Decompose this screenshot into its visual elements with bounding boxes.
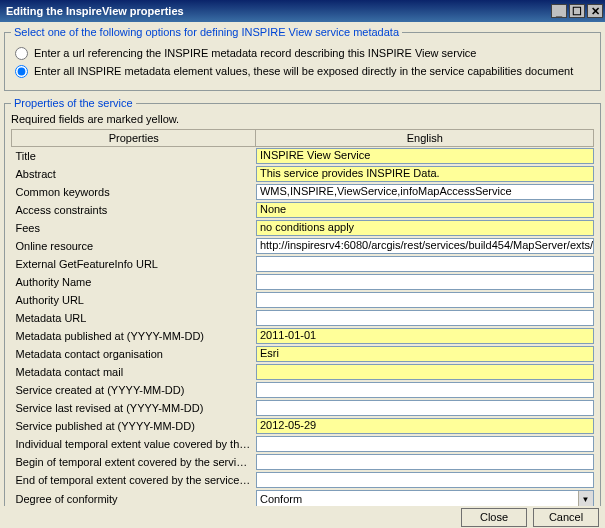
table-row: Service published at (YYYY-MM-DD)2012-05…	[12, 417, 594, 435]
table-row: Feesno conditions apply	[12, 219, 594, 237]
option-group: Select one of the following options for …	[4, 26, 601, 91]
properties-col1: Properties	[12, 130, 256, 147]
property-label: Service published at (YYYY-MM-DD)	[12, 417, 256, 435]
table-row: Service created at (YYYY-MM-DD)	[12, 381, 594, 399]
property-value[interactable]: INSPIRE View Service	[256, 148, 594, 164]
property-value[interactable]: http://inspiresrv4:6080/arcgis/rest/serv…	[256, 238, 594, 254]
option-url-label: Enter a url referencing the INSPIRE meta…	[34, 47, 476, 59]
property-label: External GetFeatureInfo URL	[12, 255, 256, 273]
property-label: Authority Name	[12, 273, 256, 291]
table-row: Metadata contact organisationEsri	[12, 345, 594, 363]
table-row: Online resourcehttp://inspiresrv4:6080/a…	[12, 237, 594, 255]
option-url[interactable]: Enter a url referencing the INSPIRE meta…	[15, 46, 594, 60]
property-label: Common keywords	[12, 183, 256, 201]
close-icon: ✕	[591, 6, 600, 17]
property-value[interactable]: This service provides INSPIRE Data.	[256, 166, 594, 182]
title-bar: Editing the InspireView properties _ ☐ ✕	[0, 0, 605, 22]
property-value[interactable]	[256, 256, 594, 272]
option-enter-all[interactable]: Enter all INSPIRE metadata element value…	[15, 64, 594, 78]
table-row: Degree of conformityConform▼	[12, 489, 594, 506]
table-row: End of temporal extent covered by the se…	[12, 471, 594, 489]
table-row: Access constraintsNone	[12, 201, 594, 219]
close-window-button[interactable]: ✕	[587, 4, 603, 18]
property-label: Individual temporal extent value covered…	[12, 435, 256, 453]
table-row: AbstractThis service provides INSPIRE Da…	[12, 165, 594, 183]
property-label: Access constraints	[12, 201, 256, 219]
property-value[interactable]	[256, 364, 594, 380]
table-row: Individual temporal extent value covered…	[12, 435, 594, 453]
properties-group: Properties of the service Required field…	[4, 97, 601, 506]
table-row: Authority Name	[12, 273, 594, 291]
property-value[interactable]: Esri	[256, 346, 594, 362]
property-label: Online resource	[12, 237, 256, 255]
table-row: Service last revised at (YYYY-MM-DD)	[12, 399, 594, 417]
client-area: Select one of the following options for …	[0, 22, 605, 506]
maximize-icon: ☐	[572, 6, 582, 17]
property-value[interactable]: WMS,INSPIRE,ViewService,infoMapAccessSer…	[256, 184, 594, 200]
property-value[interactable]	[256, 472, 594, 488]
property-value[interactable]: 2011-01-01	[256, 328, 594, 344]
property-value[interactable]: no conditions apply	[256, 220, 594, 236]
table-row: Authority URL	[12, 291, 594, 309]
chevron-down-icon: ▼	[578, 491, 593, 506]
minimize-button[interactable]: _	[551, 4, 567, 18]
property-label: Metadata URL	[12, 309, 256, 327]
option-group-legend: Select one of the following options for …	[11, 26, 402, 38]
properties-col2: English	[256, 130, 594, 147]
dialog-footer: Close Cancel	[0, 506, 605, 528]
property-label: Metadata contact organisation	[12, 345, 256, 363]
property-label: Fees	[12, 219, 256, 237]
property-value[interactable]: 2012-05-29	[256, 418, 594, 434]
maximize-button[interactable]: ☐	[569, 4, 585, 18]
table-row: Metadata URL	[12, 309, 594, 327]
table-row: Begin of temporal extent covered by the …	[12, 453, 594, 471]
property-label: Degree of conformity	[12, 489, 256, 506]
properties-table: Properties English TitleINSPIRE View Ser…	[11, 129, 594, 506]
table-row: External GetFeatureInfo URL	[12, 255, 594, 273]
option-url-radio[interactable]	[15, 47, 28, 60]
properties-legend: Properties of the service	[11, 97, 136, 109]
close-button[interactable]: Close	[461, 508, 527, 527]
conformity-select[interactable]: Conform▼	[256, 490, 594, 506]
option-enter-all-radio[interactable]	[15, 65, 28, 78]
property-value[interactable]	[256, 382, 594, 398]
minimize-icon: _	[556, 6, 562, 17]
property-value[interactable]	[256, 274, 594, 290]
property-label: Metadata published at (YYYY-MM-DD)	[12, 327, 256, 345]
table-row: TitleINSPIRE View Service	[12, 147, 594, 166]
property-value[interactable]	[256, 454, 594, 470]
cancel-button[interactable]: Cancel	[533, 508, 599, 527]
property-label: Authority URL	[12, 291, 256, 309]
property-label: Service created at (YYYY-MM-DD)	[12, 381, 256, 399]
window-title: Editing the InspireView properties	[2, 5, 549, 17]
table-row: Metadata contact mail	[12, 363, 594, 381]
property-label: Begin of temporal extent covered by the …	[12, 453, 256, 471]
table-row: Metadata published at (YYYY-MM-DD)2011-0…	[12, 327, 594, 345]
required-note: Required fields are marked yellow.	[11, 113, 594, 125]
property-value[interactable]: None	[256, 202, 594, 218]
property-label: Service last revised at (YYYY-MM-DD)	[12, 399, 256, 417]
property-label: Metadata contact mail	[12, 363, 256, 381]
property-value[interactable]	[256, 436, 594, 452]
property-label: Title	[12, 147, 256, 166]
option-enter-all-label: Enter all INSPIRE metadata element value…	[34, 65, 573, 77]
table-row: Common keywordsWMS,INSPIRE,ViewService,i…	[12, 183, 594, 201]
property-value[interactable]	[256, 292, 594, 308]
property-value[interactable]	[256, 400, 594, 416]
property-label: End of temporal extent covered by the se…	[12, 471, 256, 489]
property-label: Abstract	[12, 165, 256, 183]
property-value[interactable]	[256, 310, 594, 326]
